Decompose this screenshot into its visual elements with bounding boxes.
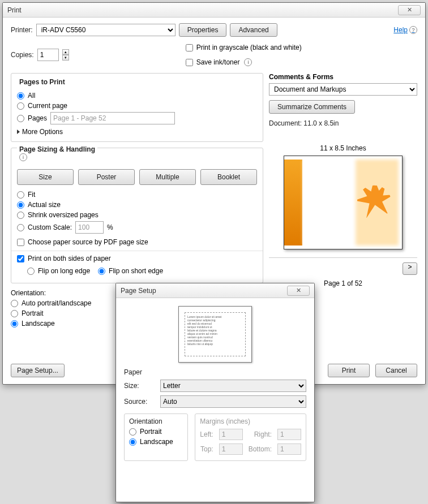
page-setup-titlebar: Page Setup ✕ — [116, 283, 314, 298]
pages-label: Pages — [28, 114, 47, 122]
both-sides-checkbox[interactable]: Print on both sides of paper — [17, 255, 257, 262]
choose-paper-checkbox[interactable]: Choose paper source by PDF page size — [17, 238, 257, 246]
advanced-button[interactable]: Advanced — [230, 23, 277, 37]
print-button[interactable]: Print — [328, 364, 370, 377]
poster-button[interactable]: Poster — [78, 169, 135, 185]
chevron-right-icon — [17, 130, 20, 134]
page-setup-title: Page Setup — [121, 287, 156, 295]
sizing-legend: Page Sizing & Handling i — [17, 145, 97, 161]
ps-margins-group: Margins (inches) Left: Right: Top: Botto… — [195, 413, 306, 461]
more-options-toggle[interactable]: More Options — [17, 128, 257, 136]
paper-source-select[interactable]: Auto — [160, 395, 306, 408]
close-icon[interactable]: ✕ — [398, 5, 421, 15]
copies-label: Copies: — [11, 51, 34, 59]
preview-size-label: 11 x 8.5 Inches — [269, 144, 417, 152]
radio-actual-size[interactable]: Actual size — [17, 201, 257, 209]
margin-right-input — [277, 429, 301, 440]
margin-left-label: Left: — [200, 430, 213, 438]
radio-current-page[interactable]: Current page — [17, 102, 257, 110]
pages-to-print-group: Pages to Print All Current page Pages Mo… — [11, 73, 263, 142]
comments-legend: Comments & Forms — [269, 73, 417, 81]
titlebar: Print ✕ — [3, 3, 425, 18]
margin-left-input — [219, 429, 243, 440]
margin-bottom-label: Bottom: — [249, 445, 272, 453]
properties-button[interactable]: Properties — [179, 23, 227, 37]
radio-custom-scale[interactable] — [17, 224, 24, 231]
ps-orientation-label: Orientation — [129, 417, 183, 425]
margin-bottom-input — [277, 443, 301, 455]
copies-input[interactable] — [37, 49, 59, 61]
page-setup-preview: Lorem ipsum dolor sit ametconsectetur ad… — [178, 306, 252, 363]
print-preview: 11 x 8.5 Inches — [269, 144, 417, 249]
paper-size-label: Size: — [124, 382, 156, 390]
next-page-button[interactable]: > — [403, 262, 417, 275]
pages-to-print-legend: Pages to Print — [17, 78, 67, 86]
help-link[interactable]: Help ? — [393, 26, 417, 34]
grayscale-checkbox[interactable]: Print in grayscale (black and white) — [186, 44, 302, 51]
copies-stepper[interactable]: ▴▾ — [62, 49, 69, 61]
save-ink-checkbox[interactable]: Save ink/toner i — [186, 58, 302, 66]
pages-range-input[interactable] — [50, 112, 175, 124]
document-dimensions: Document: 11.0 x 8.5in — [269, 119, 417, 127]
page-setup-button[interactable]: Page Setup... — [11, 364, 65, 377]
radio-flip-long[interactable]: Flip on long edge — [27, 267, 90, 275]
cancel-button[interactable]: Cancel — [375, 364, 417, 377]
help-label: Help — [393, 26, 408, 34]
ps-margins-label: Margins (inches) — [200, 417, 301, 425]
close-icon[interactable]: ✕ — [287, 286, 310, 296]
summarize-comments-button[interactable]: Summarize Comments — [269, 100, 355, 114]
booklet-button[interactable]: Booklet — [200, 169, 257, 185]
paper-size-select[interactable]: Letter — [160, 380, 306, 392]
multiple-button[interactable]: Multiple — [139, 169, 196, 185]
paper-source-label: Source: — [124, 398, 156, 406]
margin-right-label: Right: — [249, 430, 272, 438]
help-icon: ? — [409, 26, 417, 34]
page-setup-dialog: Page Setup ✕ Lorem ipsum dolor sit ametc… — [115, 283, 315, 502]
sizing-group: Page Sizing & Handling i Size Poster Mul… — [11, 148, 263, 283]
radio-all[interactable]: All — [17, 92, 257, 100]
preview-page-thumbnail — [284, 156, 403, 249]
info-icon: i — [244, 58, 252, 66]
ps-radio-landscape[interactable]: Landscape — [129, 438, 183, 446]
radio-shrink[interactable]: Shrink oversized pages — [17, 211, 257, 219]
radio-fit[interactable]: Fit — [17, 191, 257, 199]
custom-scale-input[interactable] — [75, 221, 104, 234]
margin-top-input — [219, 443, 243, 455]
window-title: Print — [7, 6, 22, 14]
comments-select[interactable]: Document and Markups — [269, 83, 417, 96]
size-button[interactable]: Size — [17, 169, 74, 185]
printer-label: Printer: — [11, 26, 33, 34]
ps-radio-portrait[interactable]: Portrait — [129, 428, 183, 436]
printer-select[interactable]: iR-ADV C5560 — [36, 24, 176, 36]
radio-flip-short[interactable]: Flip on short edge — [98, 267, 163, 275]
margin-top-label: Top: — [200, 445, 213, 453]
info-icon: i — [19, 153, 27, 161]
ps-orientation-group: Orientation Portrait Landscape — [124, 413, 188, 461]
paper-section-label: Paper — [124, 368, 306, 376]
radio-pages[interactable] — [17, 115, 24, 122]
